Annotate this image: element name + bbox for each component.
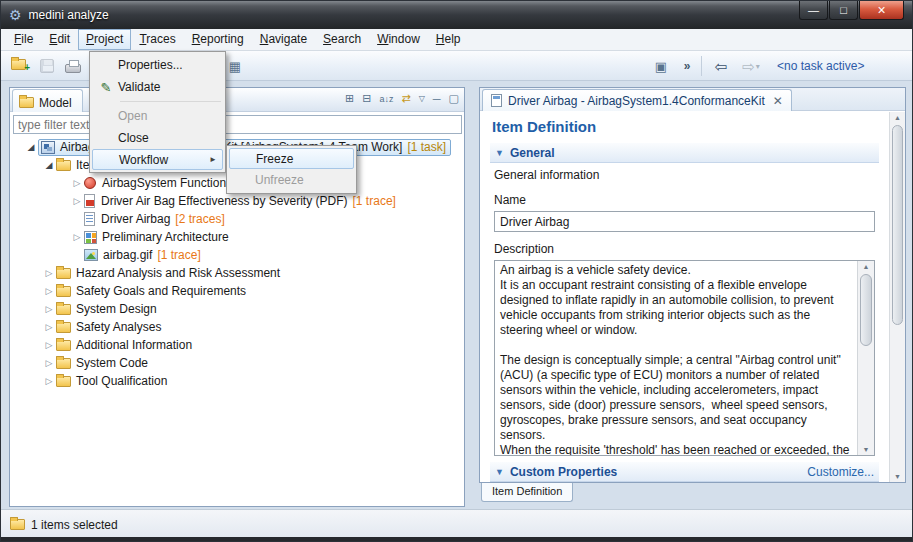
description-text[interactable]: An airbag is a vehicle safety device. It… bbox=[495, 261, 857, 455]
pdf-icon bbox=[84, 194, 95, 208]
chevron-down-icon: ▾ bbox=[756, 62, 760, 71]
name-field[interactable] bbox=[494, 211, 875, 232]
diagram-button[interactable]: ▦ bbox=[223, 54, 247, 78]
menu-edit[interactable]: Edit bbox=[41, 29, 78, 50]
diagram-icon: ▦ bbox=[229, 60, 241, 73]
trace-badge: [2 traces] bbox=[175, 212, 224, 226]
maximize-view-button[interactable]: ▢ bbox=[449, 92, 459, 105]
tree-expander-icon[interactable] bbox=[42, 304, 56, 314]
menu-project[interactable]: Project bbox=[78, 29, 131, 50]
print-button[interactable] bbox=[61, 54, 85, 78]
menu-item-close[interactable]: Close bbox=[92, 127, 223, 149]
bottom-tab-item-definition[interactable]: Item Definition bbox=[481, 483, 573, 502]
tree-expander-icon[interactable] bbox=[70, 178, 84, 188]
menu-item-open[interactable]: Open bbox=[92, 105, 223, 127]
workflow-submenu: Freeze Unfreeze bbox=[226, 145, 357, 194]
tree-item-preliminary-architecture[interactable]: Preliminary Architecture bbox=[70, 228, 229, 246]
new-project-button[interactable]: + bbox=[9, 54, 33, 78]
tree-item-additional-information[interactable]: Additional Information bbox=[42, 336, 192, 354]
save-button[interactable] bbox=[35, 54, 59, 78]
tree-expander-icon[interactable] bbox=[42, 286, 56, 296]
section-collapse-icon[interactable]: ▼ bbox=[495, 467, 504, 477]
scrollbar-thumb[interactable] bbox=[892, 125, 903, 325]
minimize-button[interactable]: — bbox=[799, 1, 828, 20]
close-tab-icon[interactable]: ✕ bbox=[773, 94, 783, 108]
tree-expander-icon[interactable] bbox=[42, 340, 56, 350]
scrollbar-thumb[interactable] bbox=[860, 274, 872, 346]
project-menu: Properties... ✎ Validate Open Close Work… bbox=[89, 51, 226, 173]
tree-item-pdf[interactable]: Driver Air Bag Effectiveness by Severity… bbox=[70, 192, 396, 210]
forward-button[interactable]: ⇨▾ bbox=[735, 54, 767, 78]
menu-window[interactable]: Window bbox=[369, 29, 428, 50]
tab-model[interactable]: Model bbox=[12, 89, 83, 112]
tree-item-safety-analyses[interactable]: Safety Analyses bbox=[42, 318, 161, 336]
tree-item-system-design[interactable]: System Design bbox=[42, 300, 157, 318]
tree-expander-icon[interactable] bbox=[42, 376, 56, 386]
link-with-editor-button[interactable]: ⇄ bbox=[401, 92, 410, 105]
name-label: Name bbox=[494, 193, 879, 207]
tree-item-airbag-gif[interactable]: airbag.gif [1 trace] bbox=[70, 246, 201, 264]
tree-expander-icon[interactable] bbox=[42, 268, 56, 278]
tree-item-label: Safety Goals and Requirements bbox=[76, 284, 246, 298]
menu-help[interactable]: Help bbox=[428, 29, 469, 50]
toolbar-overflow-button[interactable]: » bbox=[675, 54, 699, 78]
image-icon bbox=[84, 249, 98, 261]
back-button[interactable]: ⇦ bbox=[709, 54, 733, 78]
tree-item-driver-airbag[interactable]: Driver Airbag [2 traces] bbox=[70, 210, 225, 228]
editor-tab-label: Driver Airbag - AirbagSystem1.4Conforman… bbox=[508, 94, 765, 108]
menu-traces[interactable]: Traces bbox=[131, 29, 183, 50]
expand-all-button[interactable]: ⊞ bbox=[345, 92, 354, 105]
menu-item-validate[interactable]: ✎ Validate bbox=[92, 76, 223, 98]
menu-search[interactable]: Search bbox=[315, 29, 369, 50]
tree-item-system-code[interactable]: System Code bbox=[42, 354, 148, 372]
collapse-all-button[interactable]: ⊟ bbox=[362, 92, 371, 105]
editor-tab[interactable]: Driver Airbag - AirbagSystem1.4Conforman… bbox=[482, 89, 792, 111]
minimize-view-button[interactable]: ─ bbox=[433, 93, 441, 105]
maximize-button[interactable]: □ bbox=[829, 1, 858, 20]
description-field[interactable]: An airbag is a vehicle safety device. It… bbox=[494, 260, 875, 456]
editor-scrollbar[interactable]: ▲ ▼ bbox=[889, 112, 905, 482]
menu-item-unfreeze[interactable]: Unfreeze bbox=[229, 169, 354, 191]
view-menu-button[interactable]: ▽ bbox=[419, 94, 425, 103]
description-scrollbar[interactable]: ▲ ▼ bbox=[857, 261, 874, 455]
custom-properties-section-header[interactable]: ▼ Custom Properties Customize... bbox=[490, 462, 879, 482]
general-section-header[interactable]: ▼ General bbox=[490, 143, 879, 163]
customize-link[interactable]: Customize... bbox=[807, 465, 874, 479]
tree-item-safety-goals[interactable]: Safety Goals and Requirements bbox=[42, 282, 246, 300]
folder-icon bbox=[56, 286, 71, 297]
tree-expander-icon[interactable] bbox=[42, 160, 56, 170]
section-collapse-icon[interactable]: ▼ bbox=[495, 148, 504, 158]
project-icon bbox=[41, 141, 55, 154]
menu-file[interactable]: File bbox=[6, 29, 41, 50]
tree-item-tool-qualification[interactable]: Tool Qualification bbox=[42, 372, 167, 390]
menu-item-workflow[interactable]: Workflow ► bbox=[92, 149, 223, 170]
tree-expander-icon[interactable] bbox=[70, 196, 84, 206]
folder-icon bbox=[56, 268, 71, 279]
task-board-button[interactable]: ▣ bbox=[649, 54, 673, 78]
menu-item-properties[interactable]: Properties... bbox=[92, 54, 223, 76]
tree-item-hazard-analysis[interactable]: Hazard Analysis and Risk Assessment bbox=[42, 264, 280, 282]
scroll-down-icon[interactable]: ▼ bbox=[890, 473, 905, 480]
scroll-up-icon[interactable]: ▲ bbox=[890, 114, 905, 121]
menu-reporting[interactable]: Reporting bbox=[184, 29, 252, 50]
tree-item-functions[interactable]: AirbagSystem Functions bbox=[70, 174, 232, 192]
tree-expander-icon[interactable] bbox=[70, 232, 84, 242]
sort-alphabetically-button[interactable]: a↓z bbox=[379, 94, 393, 104]
menu-item-freeze[interactable]: Freeze bbox=[229, 148, 354, 169]
model-view-header: Model ⊞ ⊟ a↓z ⇄ ▽ ─ ▢ bbox=[10, 88, 464, 112]
architecture-icon bbox=[84, 231, 97, 244]
filter-input[interactable] bbox=[13, 115, 462, 134]
tree-expander-icon[interactable] bbox=[42, 358, 56, 368]
menu-navigate[interactable]: Navigate bbox=[252, 29, 315, 50]
active-task-label[interactable]: <no task active> bbox=[777, 59, 864, 73]
scroll-down-icon[interactable]: ▼ bbox=[858, 446, 874, 453]
folder-icon bbox=[56, 304, 71, 315]
trace-badge: [1 trace] bbox=[353, 194, 396, 208]
tree-item-label: System Design bbox=[76, 302, 157, 316]
close-button[interactable]: × bbox=[859, 1, 904, 20]
scroll-up-icon[interactable]: ▲ bbox=[858, 263, 874, 270]
tree-item-label: Preliminary Architecture bbox=[102, 230, 229, 244]
app-icon: ⚙ bbox=[9, 8, 22, 22]
tree-expander-icon[interactable] bbox=[24, 142, 38, 152]
tree-expander-icon[interactable] bbox=[42, 322, 56, 332]
